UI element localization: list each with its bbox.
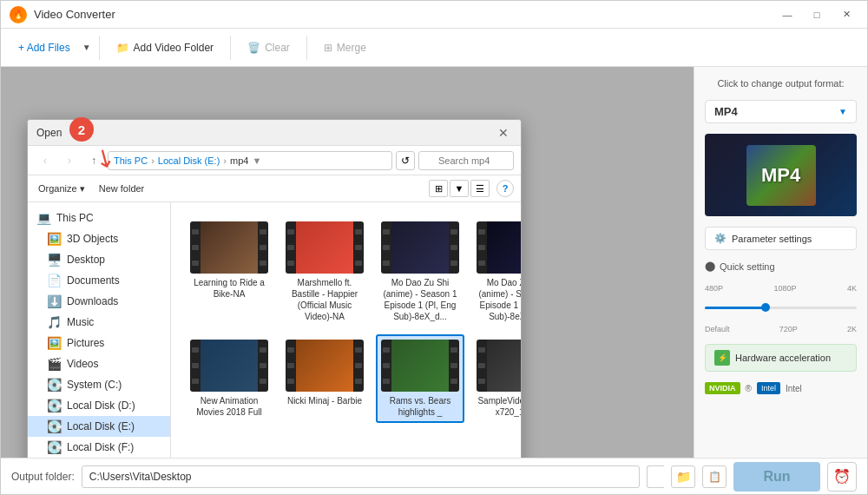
local-d-icon: 💽 bbox=[47, 399, 62, 412]
desktop-icon: 🖥️ bbox=[47, 253, 62, 267]
this-pc-icon: 💻 bbox=[36, 211, 51, 225]
dialog-overlay: Open ✕ ‹ › ↑ This PC › Local Disk (E:) › bbox=[1, 67, 694, 458]
sidebar-item-local-f[interactable]: 💽 Local Disk (F:) bbox=[28, 437, 170, 458]
sidebar-item-this-pc[interactable]: 💻 This PC bbox=[28, 208, 170, 228]
output-folder-label: Output folder: bbox=[11, 471, 75, 483]
back-button[interactable]: ‹ bbox=[35, 151, 56, 170]
merge-icon: ⊞ bbox=[324, 42, 332, 54]
drop-area: 2 ↘ Open ✕ ‹ › ↑ bbox=[1, 67, 694, 458]
nvidia-row: NVIDIA ® Intel Intel bbox=[705, 382, 857, 394]
file-name-4: Mo Dao Zu Shi (anime) - Season 1 Episode… bbox=[477, 277, 521, 322]
list-view-button[interactable]: ☰ bbox=[470, 180, 490, 197]
sidebar-item-documents[interactable]: 📄 Documents bbox=[28, 270, 170, 291]
sidebar-item-local-d[interactable]: 💽 Local Disk (D:) bbox=[28, 395, 170, 416]
maximize-button[interactable]: □ bbox=[805, 7, 829, 23]
quality-slider[interactable] bbox=[705, 307, 857, 309]
quick-setting-icon: ⬤ bbox=[705, 261, 715, 272]
quick-setting-label: ⬤ Quick setting bbox=[705, 261, 857, 272]
file-name-2: Marshmello ft. Bastille - Happier (Offic… bbox=[286, 277, 364, 322]
toolbar-separator-3 bbox=[306, 36, 307, 60]
clear-icon: 🗑️ bbox=[247, 42, 260, 54]
forward-button[interactable]: › bbox=[59, 151, 80, 170]
music-label: Music bbox=[67, 316, 94, 328]
add-files-dropdown-arrow[interactable]: ▼ bbox=[82, 43, 91, 52]
intel-badge: Intel bbox=[757, 382, 780, 394]
file-item-5[interactable]: New Animation Movies 2018 Full bbox=[185, 334, 273, 423]
format-dropdown-arrow: ▼ bbox=[838, 107, 847, 116]
path-bar[interactable]: This PC › Local Disk (E:) › mp4 ▼ bbox=[108, 151, 392, 170]
add-files-label: + Add Files bbox=[18, 42, 70, 54]
path-this-pc[interactable]: This PC bbox=[114, 155, 148, 166]
sidebar-item-videos[interactable]: 🎬 Videos bbox=[28, 353, 170, 374]
add-folder-label: Add Video Folder bbox=[134, 42, 214, 54]
sidebar-item-system-c[interactable]: 💽 System (C:) bbox=[28, 374, 170, 395]
files-grid: Learning to Ride a Bike-NA bbox=[178, 209, 514, 430]
dialog-files-area[interactable]: Learning to Ride a Bike-NA bbox=[171, 202, 521, 458]
mp4-preview-inner: MP4 bbox=[746, 145, 816, 206]
sidebar-item-music[interactable]: 🎵 Music bbox=[28, 312, 170, 333]
merge-button[interactable]: ⊞ Merge bbox=[315, 37, 375, 58]
file-item-2[interactable]: Marshmello ft. Bastille - Happier (Offic… bbox=[280, 216, 369, 327]
main-content: 2 ↘ Open ✕ ‹ › ↑ bbox=[1, 67, 867, 458]
sidebar-item-desktop[interactable]: 🖥️ Desktop bbox=[28, 249, 170, 270]
view-toggle: ⊞ ▼ ☰ bbox=[429, 180, 490, 197]
organize-label: Organize ▾ bbox=[38, 183, 85, 194]
toolbar-separator-2 bbox=[230, 36, 231, 60]
refresh-button[interactable]: ↺ bbox=[396, 151, 415, 170]
schedule-button[interactable]: ⏰ bbox=[827, 462, 857, 492]
local-f-label: Local Disk (F:) bbox=[67, 441, 134, 453]
output-folder-input[interactable] bbox=[82, 465, 640, 488]
file-name-8: SampleVideo_1280x720_1mb bbox=[477, 395, 521, 418]
dialog-close-button[interactable]: ✕ bbox=[495, 124, 512, 142]
parameter-settings-button[interactable]: ⚙️ Parameter settings bbox=[705, 227, 857, 250]
file-name-7: Rams vs. Bears highlights _ bbox=[381, 395, 459, 418]
system-c-label: System (C:) bbox=[67, 379, 122, 391]
file-item-4[interactable]: Mo Dao Zu Shi (anime) - Season 1 Episode… bbox=[471, 216, 521, 327]
minimize-button[interactable]: — bbox=[775, 7, 799, 23]
file-item-7[interactable]: Rams vs. Bears highlights _ bbox=[376, 334, 464, 423]
file-name-6: Nicki Minaj - Barbie bbox=[287, 395, 362, 406]
file-thumb-6 bbox=[286, 340, 364, 392]
file-thumb-5 bbox=[190, 340, 268, 392]
app-icon: 🔥 bbox=[10, 6, 27, 23]
sidebar-item-downloads[interactable]: ⬇️ Downloads bbox=[28, 291, 170, 312]
details-dropdown-button[interactable]: ▼ bbox=[450, 180, 469, 197]
file-item-1[interactable]: Learning to Ride a Bike-NA bbox=[185, 216, 273, 327]
nvidia-badge: NVIDIA bbox=[705, 382, 740, 394]
hw-acceleration-button[interactable]: ⚡ Hardware acceleration bbox=[705, 344, 857, 372]
organize-button[interactable]: Organize ▾ bbox=[35, 182, 89, 196]
music-icon: 🎵 bbox=[47, 315, 62, 329]
hw-accel-label: Hardware acceleration bbox=[735, 353, 831, 363]
grid-view-button[interactable]: ⊞ bbox=[429, 180, 448, 197]
title-bar: 🔥 Video Converter — □ ✕ bbox=[1, 1, 867, 29]
videos-label: Videos bbox=[67, 358, 98, 370]
file-item-6[interactable]: Nicki Minaj - Barbie bbox=[280, 334, 369, 423]
clear-label: Clear bbox=[265, 42, 290, 54]
add-files-button[interactable]: + Add Files bbox=[10, 37, 79, 58]
clear-button[interactable]: 🗑️ Clear bbox=[239, 37, 299, 58]
new-folder-label: New folder bbox=[99, 183, 145, 194]
browse-folder-button[interactable]: 📁 bbox=[671, 465, 695, 488]
sidebar-item-pictures[interactable]: 🖼️ Pictures bbox=[28, 333, 170, 353]
file-item-3[interactable]: Mo Dao Zu Shi (anime) - Season 1 Episode… bbox=[376, 216, 464, 327]
dialog-body: 💻 This PC 🖼️ 3D Objects 🖥️ Desktop bbox=[28, 202, 521, 458]
app-close-button[interactable]: ✕ bbox=[834, 7, 858, 23]
sidebar-item-local-e[interactable]: 💽 Local Disk (E:) bbox=[28, 416, 170, 437]
help-button[interactable]: ? bbox=[496, 180, 514, 197]
add-folder-button[interactable]: 📁 Add Video Folder bbox=[108, 37, 223, 58]
path-drive[interactable]: Local Disk (E:) bbox=[158, 155, 220, 166]
file-item-8[interactable]: SampleVideo_1280x720_1mb bbox=[471, 334, 521, 423]
dialog-sidebar: 💻 This PC 🖼️ 3D Objects 🖥️ Desktop bbox=[28, 202, 171, 458]
param-settings-label: Parameter settings bbox=[732, 234, 812, 244]
path-folder: mp4 bbox=[230, 155, 248, 166]
format-selector[interactable]: MP4 ▼ bbox=[705, 100, 857, 123]
format-preview: MP4 bbox=[705, 134, 857, 216]
3d-objects-label: 3D Objects bbox=[67, 233, 118, 245]
run-button[interactable]: Run bbox=[733, 462, 820, 492]
pictures-icon: 🖼️ bbox=[47, 336, 62, 350]
param-settings-icon: ⚙️ bbox=[714, 233, 727, 244]
search-input[interactable] bbox=[418, 151, 514, 170]
sidebar-item-3d-objects[interactable]: 🖼️ 3D Objects bbox=[28, 228, 170, 249]
new-folder-button[interactable]: New folder bbox=[95, 182, 148, 195]
copy-path-button[interactable]: 📋 bbox=[702, 465, 727, 488]
